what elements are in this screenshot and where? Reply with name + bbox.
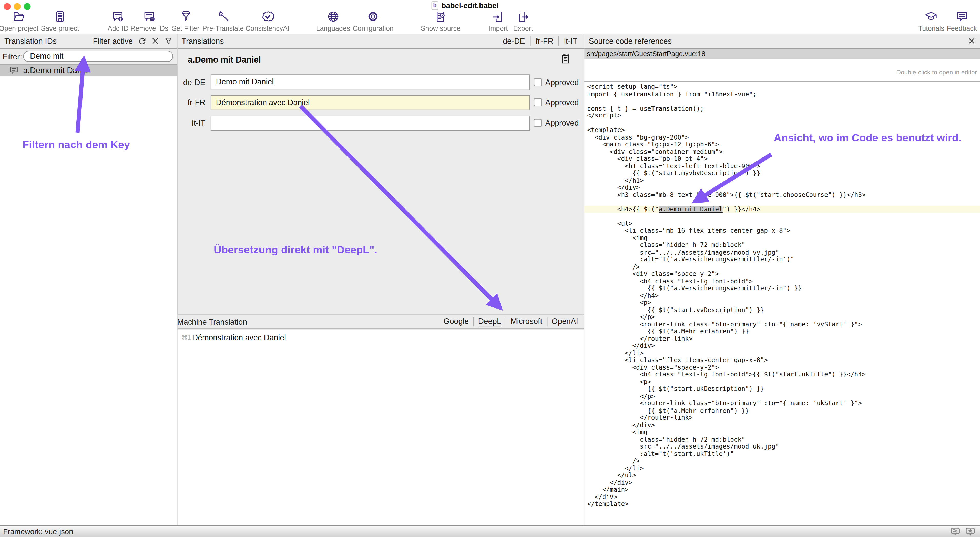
comment-bubble-icon [10,67,19,75]
code-line: const { t } = useTranslation(); [584,105,980,112]
macos-zoom-button[interactable] [24,3,31,10]
code-line: {{ $t("a.Mehr erfahren") }} [584,328,980,335]
code-line: <ul> [584,220,980,227]
source-reference-item-selected[interactable]: src/pages/start/GuestStartPage.vue:18 [584,48,980,59]
fuzzy-bubble-icon[interactable] [950,527,961,536]
set-filter-icon [179,10,192,23]
code-line [584,213,980,220]
approved-label-fr-FR: Approved [546,98,579,107]
toolbar-add-id-button[interactable]: Add ID [108,10,129,32]
toolbar-item-label: Save project [41,24,79,32]
language-tabs: de-DE fr-FR it-IT [498,34,582,48]
macos-minimize-button[interactable] [14,3,21,10]
toolbar-item-label: Open project [0,24,38,32]
filter-input[interactable] [23,51,173,62]
pre-translate-icon [216,10,230,23]
filter-icon[interactable] [164,37,172,45]
code-line: {{ $t("start.vvDescription") }} [584,306,980,313]
code-line: <img [584,234,980,241]
translation-input-fr-FR[interactable] [210,95,530,110]
translation-input-it-IT[interactable] [210,115,530,131]
code-line: :alt="t('start.ukTitle')" [584,450,980,457]
translation-ids-title: Translation IDs [4,37,57,45]
toolbar: b babel-edit.babel Open projectSave proj… [0,0,980,34]
code-line: {{ $t("a.Versicherungsvermittler/-in") }… [584,285,980,292]
toolbar-item-label: Languages [316,24,350,32]
code-line: <li class="flex items-center gap-x-8"> [584,357,980,363]
toolbar-item-label: Add ID [108,24,129,32]
toolbar-tutorials-button[interactable]: Tutorials [918,10,944,32]
tab-de-DE[interactable]: de-DE [498,36,530,46]
tab-fr-FR[interactable]: fr-FR [530,36,558,46]
toolbar-pre-translate-button[interactable]: Pre-Translate [202,10,244,32]
translation-row-de-DE: de-DE Approved [177,74,584,90]
code-line: </template> [584,500,980,508]
consistency-ai-icon [261,10,274,23]
filter-label: Filter: [3,52,22,61]
code-line [584,97,980,105]
code-line: </main> [584,486,980,493]
approved-checkbox-it-IT[interactable] [533,119,541,127]
translation-id-item-selected[interactable]: a.Demo mit Daniel [0,65,177,76]
code-line: import { useTranslation } from "i18next-… [584,90,980,97]
clear-filter-icon[interactable] [151,37,159,45]
code-line-highlighted: <h4>{{ $t("a.Demo mit Daniel") }}</h4> [584,206,980,213]
code-line: {{ $t("a.Mehr erfahren") }} [584,407,980,414]
save-project-icon [54,10,67,23]
code-line: </script> [584,112,980,119]
source-references-header: Source code references [584,34,980,48]
toolbar-consistency-ai-button[interactable]: ConsistencyAI [245,10,290,32]
toolbar-remove-ids-button[interactable]: Remove IDs [130,10,169,32]
highlighted-translation-key: a.Demo mit Daniel [659,206,723,212]
code-line: </router-link> [584,414,980,421]
filter-active-label: Filter active [93,37,133,45]
code-line: </div> [584,493,980,500]
code-line: </div> [584,184,980,191]
code-line: </div> [584,342,980,349]
provider-deepl[interactable]: DeepL [473,317,505,327]
code-line: <h4 class="text-lg font-bold">{{ $t("sta… [584,371,980,378]
approved-label-it-IT: Approved [546,119,579,127]
macos-close-button[interactable] [4,3,11,10]
toolbar-show-source-button[interactable]: Show source [421,10,461,32]
machine-translation-title: Machine Translation [177,317,247,326]
approved-checkbox-de-DE[interactable] [533,78,541,86]
toolbar-item-label: Configuration [353,24,394,32]
status-bar: Framework: vue-json [0,526,980,537]
star-bubble-icon[interactable] [965,527,975,536]
toolbar-set-filter-button[interactable]: Set Filter [172,10,199,32]
toolbar-save-project-button[interactable]: Save project [41,10,79,32]
toolbar-item-label: Remove IDs [130,24,169,32]
translation-row-fr-FR: fr-FR Approved [177,95,584,110]
code-line: <h1 class="text-left text-blue-900"> [584,163,980,169]
machine-translation-header: Machine Translation Google DeepL Microso… [177,315,584,329]
toolbar-item-label: Tutorials [918,24,944,32]
toolbar-import-button[interactable]: Import [488,10,508,32]
import-icon [492,10,504,23]
code-line: class="hidden h-72 md:block" [584,241,980,249]
add-id-icon [111,10,124,23]
toolbar-configuration-button[interactable]: Configuration [353,10,394,32]
filter-row: Filter: [0,48,177,65]
source-references-title: Source code references [589,37,672,45]
code-line: <router-link class="btn-primary" :to="{ … [584,400,980,407]
mt-result-row[interactable]: ⌘1 Démonstration avec Daniel [177,333,584,342]
provider-google[interactable]: Google [439,317,473,327]
toolbar-open-project-button[interactable]: Open project [0,10,38,32]
close-icon[interactable] [968,38,975,45]
toolbar-languages-button[interactable]: Languages [316,10,350,32]
toolbar-export-button[interactable]: Export [513,10,533,32]
code-line: </p> [584,313,980,320]
code-line: <script setup lang="ts"> [584,83,980,90]
notepad-icon[interactable] [560,53,571,64]
provider-microsoft[interactable]: Microsoft [506,317,547,327]
approved-checkbox-fr-FR[interactable] [533,98,541,107]
toolbar-feedback-button[interactable]: Feedback [947,10,977,32]
provider-openai[interactable]: OpenAI [547,317,582,327]
refresh-icon[interactable] [138,37,146,45]
toolbar-item-label: Pre-Translate [202,24,244,32]
code-line: class="hidden h-72 md:block" [584,436,980,443]
tab-it-IT[interactable]: it-IT [558,36,582,46]
code-line: /> [584,263,980,270]
translation-input-de-DE[interactable] [210,74,530,90]
